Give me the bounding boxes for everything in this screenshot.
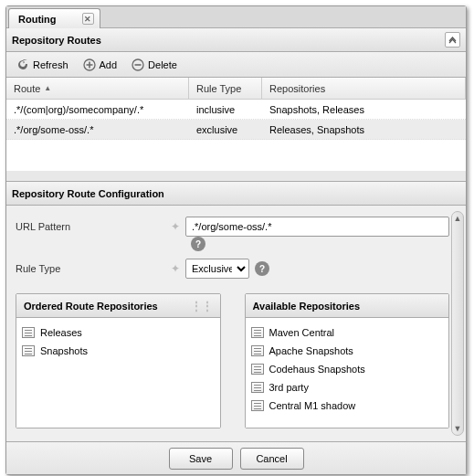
scroll-up-icon[interactable]: ▲ (452, 212, 463, 225)
available-title: Available Repositories (253, 301, 361, 312)
sort-asc-icon: ▲ (44, 84, 51, 92)
close-icon[interactable]: ✕ (82, 13, 94, 25)
col-route-label: Route (14, 83, 40, 94)
list-item[interactable]: 3rd party (251, 378, 444, 397)
form-area: URL Pattern ✦ ? Rule Type ✦ Exclusive ? (6, 206, 466, 288)
cell-repositories: Releases, Snapshots (262, 124, 466, 135)
required-star-icon: ✦ (171, 220, 180, 233)
list-item-label: Codehaus Snapshots (269, 364, 365, 375)
row-rule-type: Rule Type ✦ Exclusive ? (16, 255, 449, 282)
add-label: Add (100, 59, 118, 70)
delete-label: Delete (148, 59, 177, 70)
panel-header-config: Repository Route Configuration (6, 182, 466, 206)
table-row[interactable]: .*/org/some-oss/.* exclusive Releases, S… (6, 120, 466, 140)
collapse-icon[interactable] (445, 32, 460, 48)
spacer (6, 171, 466, 182)
list-item[interactable]: Releases (22, 323, 215, 342)
cell-route: .*/(com|org)/somecompany/.* (6, 104, 189, 115)
refresh-icon (16, 58, 29, 71)
repo-icon (251, 327, 264, 338)
cell-repositories: Snapshots, Releases (262, 104, 466, 115)
cell-ruletype: inclusive (189, 104, 262, 115)
panel-title: Repository Routes (12, 35, 101, 46)
available-body: Maven Central Apache Snapshots Codehaus … (246, 318, 449, 428)
cell-route: .*/org/some-oss/.* (6, 124, 189, 135)
help-icon[interactable]: ? (255, 261, 269, 276)
scrollbar[interactable]: ▲ ▼ (451, 211, 464, 436)
lists-area: Ordered Route Repositories ⋮⋮ Releases S… (6, 288, 466, 441)
ordered-header: Ordered Route Repositories ⋮⋮ (16, 294, 220, 318)
help-icon[interactable]: ? (191, 237, 205, 251)
plus-icon (83, 58, 96, 71)
grid-header: Route ▲ Rule Type Repositories (6, 78, 466, 100)
repo-icon (251, 364, 264, 375)
list-item-label: Central M1 shadow (269, 400, 356, 411)
list-item-label: Maven Central (269, 327, 335, 338)
row-url-pattern: URL Pattern ✦ (16, 213, 449, 240)
list-item[interactable]: Maven Central (251, 323, 444, 342)
col-repositories[interactable]: Repositories (262, 78, 466, 99)
table-row[interactable]: .*/(com|org)/somecompany/.* inclusive Sn… (6, 100, 466, 120)
footer: Save Cancel (6, 441, 466, 474)
scroll-down-icon[interactable]: ▼ (452, 422, 463, 435)
label-rule-type: Rule Type (16, 263, 171, 274)
refresh-button[interactable]: Refresh (10, 55, 75, 75)
list-item[interactable]: Apache Snapshots (251, 342, 444, 360)
save-button[interactable]: Save (169, 448, 233, 470)
repo-icon (251, 345, 264, 356)
toolbar: Refresh Add Delete (6, 52, 466, 78)
ordered-title: Ordered Route Repositories (24, 301, 158, 312)
col-ruletype-label: Rule Type (196, 83, 241, 94)
repo-icon (251, 382, 264, 393)
list-item[interactable]: Central M1 shadow (251, 397, 444, 415)
list-item[interactable]: Codehaus Snapshots (251, 360, 444, 378)
list-item[interactable]: Snapshots (22, 342, 215, 360)
url-pattern-input[interactable] (185, 217, 449, 237)
config-wrapper: URL Pattern ✦ ? Rule Type ✦ Exclusive ? … (6, 206, 466, 441)
list-item-label: Apache Snapshots (269, 345, 353, 356)
rule-type-select[interactable]: Exclusive (185, 259, 249, 279)
cell-ruletype: exclusive (189, 124, 262, 135)
available-repositories-box: Available Repositories Maven Central Apa… (245, 293, 450, 428)
required-star-icon: ✦ (171, 262, 180, 275)
help-url-pattern: ? (185, 237, 449, 251)
col-repositories-label: Repositories (269, 83, 325, 94)
delete-button[interactable]: Delete (125, 55, 184, 75)
tab-routing[interactable]: Routing ✕ (8, 8, 100, 28)
routing-panel: Routing ✕ Repository Routes Refresh Add … (5, 5, 467, 475)
repo-icon (251, 400, 264, 411)
minus-icon (132, 58, 144, 71)
available-header: Available Repositories (246, 294, 449, 318)
grid-body: .*/(com|org)/somecompany/.* inclusive Sn… (6, 100, 466, 171)
repo-icon (22, 345, 35, 356)
drag-icon: ⋮⋮ (191, 300, 213, 312)
tab-strip: Routing ✕ (6, 6, 466, 28)
add-button[interactable]: Add (77, 55, 124, 75)
col-ruletype[interactable]: Rule Type (189, 78, 262, 99)
list-item-label: Releases (40, 327, 82, 338)
list-item-label: 3rd party (269, 382, 309, 393)
col-route[interactable]: Route ▲ (6, 78, 189, 99)
panel-header-routes: Repository Routes (6, 28, 466, 52)
ordered-body: Releases Snapshots (16, 318, 220, 428)
refresh-label: Refresh (33, 59, 68, 70)
list-item-label: Snapshots (40, 345, 88, 356)
repo-icon (22, 327, 35, 338)
tab-title: Routing (18, 14, 57, 25)
cancel-button[interactable]: Cancel (240, 448, 304, 470)
label-url-pattern: URL Pattern (16, 221, 171, 232)
ordered-repositories-box: Ordered Route Repositories ⋮⋮ Releases S… (16, 293, 221, 428)
routes-grid: Route ▲ Rule Type Repositories .*/(com|o… (6, 78, 466, 171)
panel-title: Repository Route Configuration (12, 188, 164, 199)
